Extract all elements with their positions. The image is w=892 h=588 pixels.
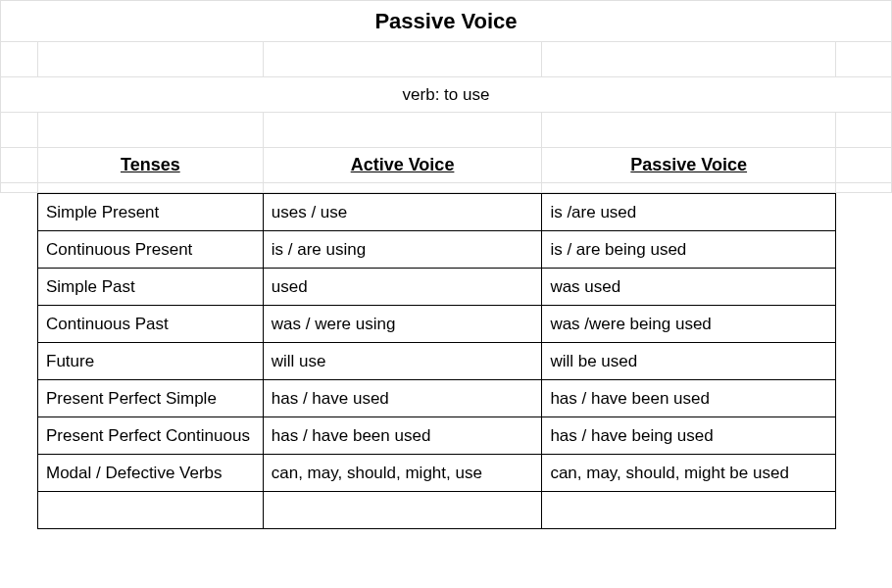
cell-passive: can, may, should, might be used — [542, 455, 836, 492]
subtitle: verb: to use — [1, 77, 892, 113]
header-passive: Passive Voice — [542, 148, 836, 183]
cell-tense: Present Perfect Simple — [38, 380, 264, 417]
cell-active: will use — [263, 343, 542, 380]
cell-tense: Simple Past — [38, 269, 264, 306]
spreadsheet-grid: Passive Voice verb: to use Tenses Active… — [0, 0, 892, 193]
cell-active: was / were using — [263, 306, 542, 343]
cell-tense: Modal / Defective Verbs — [38, 455, 264, 492]
cell-passive: was used — [542, 269, 836, 306]
table-row: Simple Present uses / use is /are used — [38, 194, 836, 231]
cell-active: has / have used — [263, 380, 542, 417]
cell-tense: Simple Present — [38, 194, 264, 231]
tenses-table: Simple Present uses / use is /are used C… — [37, 193, 836, 529]
page-title: Passive Voice — [1, 1, 892, 42]
table-row: Continuous Present is / are using is / a… — [38, 231, 836, 269]
table-row: Continuous Past was / were using was /we… — [38, 306, 836, 343]
cell-empty — [38, 492, 264, 529]
cell-passive: has / have being used — [542, 417, 836, 455]
cell-passive: will be used — [542, 343, 836, 380]
cell-passive: has / have been used — [542, 380, 836, 417]
table-row: Modal / Defective Verbs can, may, should… — [38, 455, 836, 492]
cell-tense: Continuous Past — [38, 306, 264, 343]
cell-passive: is /are used — [542, 194, 836, 231]
cell-empty — [542, 492, 836, 529]
header-active: Active Voice — [263, 148, 542, 183]
cell-active: uses / use — [263, 194, 542, 231]
cell-tense: Continuous Present — [38, 231, 264, 269]
cell-active: can, may, should, might, use — [263, 455, 542, 492]
cell-empty — [263, 492, 542, 529]
cell-tense: Future — [38, 343, 264, 380]
table-row: Present Perfect Simple has / have used h… — [38, 380, 836, 417]
cell-active: used — [263, 269, 542, 306]
cell-passive: is / are being used — [542, 231, 836, 269]
table-row: Simple Past used was used — [38, 269, 836, 306]
cell-tense: Present Perfect Continuous — [38, 417, 264, 455]
header-tenses: Tenses — [37, 148, 263, 183]
table-row: Present Perfect Continuous has / have be… — [38, 417, 836, 455]
cell-active: has / have been used — [263, 417, 542, 455]
cell-active: is / are using — [263, 231, 542, 269]
cell-passive: was /were being used — [542, 306, 836, 343]
table-row — [38, 492, 836, 529]
table-row: Future will use will be used — [38, 343, 836, 380]
